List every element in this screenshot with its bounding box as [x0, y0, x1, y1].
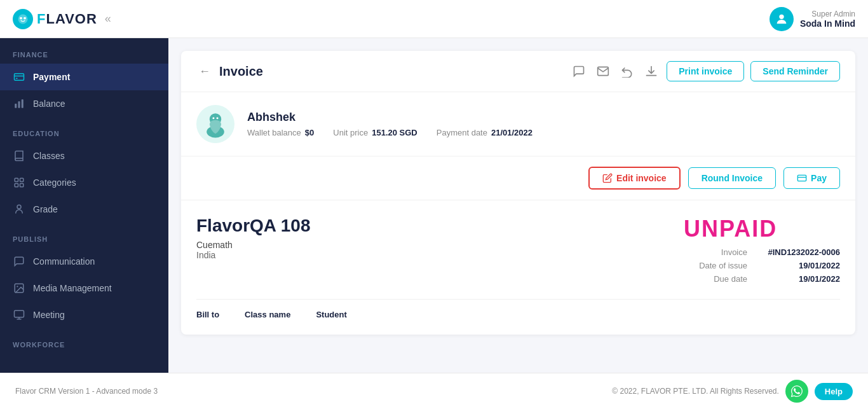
invoice-body: FlavorQA 108 Cuemath India UNPAID Invoic… [181, 200, 855, 335]
svg-rect-7 [15, 104, 17, 108]
date-of-issue-label: Date of issue [684, 261, 747, 270]
invoice-company-block: FlavorQA 108 Cuemath India [196, 216, 310, 260]
unit-price-item: Unit price 151.20 SGD [333, 128, 417, 137]
customer-avatar [196, 105, 234, 143]
help-button[interactable]: Help [815, 383, 853, 400]
svg-rect-10 [15, 178, 18, 181]
sidebar-item-meeting[interactable]: Meeting [0, 302, 168, 328]
collapse-button[interactable]: « [105, 12, 111, 25]
sidebar-item-categories[interactable]: Categories [0, 169, 168, 196]
whatsapp-button[interactable] [785, 380, 808, 403]
sidebar-item-meeting-label: Meeting [33, 310, 65, 320]
invoice-number-label: Invoice [684, 247, 747, 257]
sidebar-item-categories-label: Categories [33, 177, 76, 188]
download-button[interactable] [642, 62, 660, 80]
send-reminder-button[interactable]: Send Reminder [750, 61, 840, 81]
back-button[interactable]: ← [196, 62, 213, 81]
sidebar-item-communication-label: Communication [33, 256, 95, 267]
round-invoice-button[interactable]: Round Invoice [688, 167, 776, 189]
due-date-row: Due date 19/01/2022 [684, 274, 840, 284]
person-icon [13, 203, 25, 216]
pay-button[interactable]: Pay [783, 167, 840, 189]
bill-row: Bill to Class name Student [196, 299, 840, 324]
book-icon [13, 149, 25, 162]
due-date-label: Due date [684, 274, 747, 284]
invoice-header: ← Invoice [181, 51, 855, 92]
sidebar-item-classes[interactable]: Classes [0, 142, 168, 169]
main-content: ← Invoice [168, 38, 868, 373]
sidebar-section-workforce: WORKFORCE [0, 328, 168, 354]
customer-meta: Wallet balance $0 Unit price 151.20 SGD … [247, 128, 840, 137]
topbar: FLAVOR « Super Admin Soda In Mind [0, 0, 868, 38]
topbar-right: Super Admin Soda In Mind [770, 7, 855, 31]
invoice-details: Invoice #IND1232022-0006 Date of issue 1… [684, 247, 840, 284]
invoice-from-country: India [196, 250, 310, 260]
svg-rect-23 [797, 175, 806, 181]
customer-info: Abhshek Wallet balance $0 Unit price 151… [247, 111, 840, 137]
sidebar-item-grade[interactable]: Grade [0, 196, 168, 223]
footer-version: Flavor CRM Version 1 - Advanced mode 3 [15, 387, 158, 396]
invoice-from: Cuemath India [196, 240, 310, 260]
invoice-card: ← Invoice [181, 51, 855, 335]
screen-icon [13, 308, 25, 321]
invoice-body-top: FlavorQA 108 Cuemath India UNPAID Invoic… [196, 216, 840, 284]
sidebar-item-balance[interactable]: Balance [0, 90, 168, 117]
invoice-right-block: UNPAID Invoice #IND1232022-0006 Date of … [684, 216, 840, 284]
svg-rect-17 [15, 310, 24, 317]
pay-label: Pay [811, 173, 827, 183]
svg-point-1 [20, 17, 22, 19]
comment-button[interactable] [570, 62, 588, 80]
edit-invoice-label: Edit invoice [616, 173, 667, 183]
sidebar-item-media-label: Media Management [33, 283, 112, 293]
payment-date-value: 21/01/2022 [491, 128, 532, 137]
undo-button[interactable] [618, 62, 636, 80]
invoice-actions-row: Edit invoice Round Invoice Pay [181, 156, 855, 200]
invoice-title: Invoice [219, 64, 263, 79]
sidebar: FINANCE Payment Balance EDUC [0, 38, 168, 373]
edit-invoice-button[interactable]: Edit invoice [588, 167, 681, 190]
wallet-balance-item: Wallet balance $0 [247, 128, 314, 137]
grid-icon [13, 176, 25, 189]
print-invoice-button[interactable]: Print invoice [667, 61, 744, 81]
sidebar-item-classes-label: Classes [33, 151, 65, 161]
sidebar-item-grade-label: Grade [33, 204, 58, 214]
wallet-balance-label: Wallet balance [247, 128, 301, 137]
svg-rect-6 [16, 78, 18, 80]
chat-icon [13, 255, 25, 268]
invoice-number-row: Invoice #IND1232022-0006 [684, 247, 840, 257]
invoice-header-actions: Print invoice Send Reminder [570, 61, 840, 81]
credit-card-icon [13, 71, 25, 83]
bill-to-col: Bill to [196, 310, 219, 319]
avatar [770, 7, 794, 31]
svg-point-0 [18, 14, 28, 24]
svg-point-22 [217, 117, 219, 119]
mail-button[interactable] [594, 62, 612, 80]
student-col: Student [316, 310, 346, 319]
sidebar-item-payment-label: Payment [33, 72, 70, 82]
sidebar-section-education: EDUCATION [0, 117, 168, 142]
invoice-company-name: FlavorQA 108 [196, 216, 310, 236]
logo-icon [13, 9, 33, 29]
bar-chart-icon [13, 97, 25, 110]
footer-right: © 2022, FLAVOR PTE. LTD. All Rights Rese… [612, 380, 853, 403]
date-of-issue-row: Date of issue 19/01/2022 [684, 261, 840, 270]
user-info: Super Admin Soda In Mind [800, 10, 855, 29]
sidebar-section-publish: PUBLISH [0, 223, 168, 248]
invoice-from-name: Cuemath [196, 240, 310, 250]
image-icon [13, 282, 25, 295]
sidebar-item-media[interactable]: Media Management [0, 275, 168, 302]
sidebar-item-communication[interactable]: Communication [0, 248, 168, 275]
logo: FLAVOR [13, 9, 97, 29]
svg-point-14 [17, 205, 21, 209]
footer: Flavor CRM Version 1 - Advanced mode 3 ©… [0, 373, 868, 409]
sidebar-item-payment[interactable]: Payment [0, 64, 168, 90]
payment-date-item: Payment date 21/01/2022 [437, 128, 532, 137]
invoice-header-left: ← Invoice [196, 62, 263, 81]
unit-price-label: Unit price [333, 128, 368, 137]
customer-name: Abhshek [247, 111, 840, 124]
invoice-number-value: #IND1232022-0006 [757, 247, 840, 257]
svg-rect-13 [20, 184, 24, 187]
sidebar-item-balance-label: Balance [33, 99, 65, 109]
layout: FINANCE Payment Balance EDUC [0, 38, 868, 373]
payment-date-label: Payment date [437, 128, 487, 137]
